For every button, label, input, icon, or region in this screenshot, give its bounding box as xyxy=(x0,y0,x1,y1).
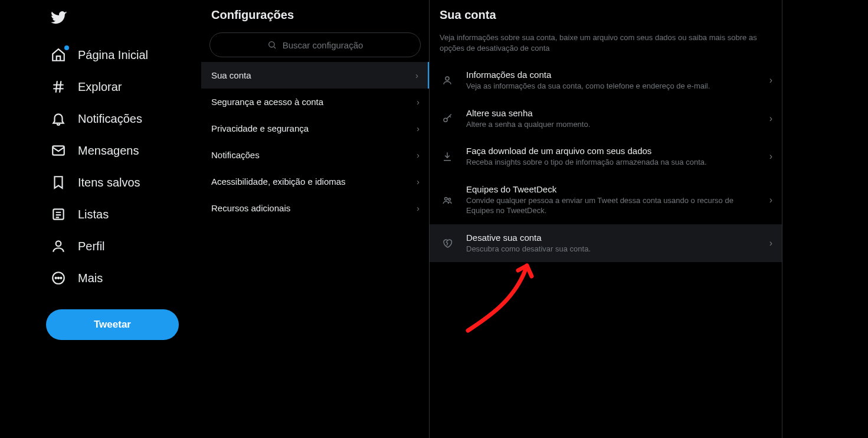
twitter-logo[interactable] xyxy=(46,5,201,39)
settings-search[interactable]: Buscar configuração xyxy=(209,32,421,57)
settings-column: Configurações Buscar configuração Sua co… xyxy=(201,0,430,438)
nav-lists[interactable]: Listas xyxy=(46,198,201,230)
primary-nav: Página Inicial Explorar Notificações Men… xyxy=(0,0,201,438)
account-column: Sua conta Veja informações sobre sua con… xyxy=(430,0,782,438)
svg-point-11 xyxy=(448,198,451,200)
settings-item-label: Segurança e acesso à conta xyxy=(211,97,323,107)
chevron-right-icon: › xyxy=(417,176,420,187)
deactivate-account-item[interactable]: Desative sua conta Descubra como desativ… xyxy=(430,224,782,263)
account-info-item[interactable]: Informações da conta Veja as informações… xyxy=(430,61,782,100)
nav-label: Explorar xyxy=(78,80,122,94)
chevron-right-icon: › xyxy=(769,238,772,249)
account-item-sub: Convide qualquer pessoa a enviar um Twee… xyxy=(466,195,756,216)
settings-item-label: Notificações xyxy=(211,150,260,160)
nav-label: Listas xyxy=(78,208,109,221)
person-icon xyxy=(441,74,453,86)
hash-icon xyxy=(51,79,66,94)
annotation-arrow xyxy=(462,254,539,336)
svg-point-8 xyxy=(446,77,449,80)
nav-label: Mensagens xyxy=(78,144,139,158)
settings-item-additional[interactable]: Recursos adicionais › xyxy=(201,195,429,221)
download-icon xyxy=(441,151,453,162)
settings-item-notifications[interactable]: Notificações › xyxy=(201,142,429,168)
envelope-icon xyxy=(51,143,66,158)
account-item-title: Faça download de um arquivo com seus dad… xyxy=(466,146,756,156)
settings-item-privacy[interactable]: Privacidade e segurança › xyxy=(201,115,429,142)
chevron-right-icon: › xyxy=(417,97,420,107)
settings-item-label: Sua conta xyxy=(211,70,251,80)
svg-point-5 xyxy=(58,277,59,279)
svg-point-6 xyxy=(60,277,61,279)
chevron-right-icon: › xyxy=(769,151,772,162)
chevron-right-icon: › xyxy=(417,123,420,133)
settings-item-account[interactable]: Sua conta › xyxy=(201,62,429,89)
account-item-sub: Descubra como desativar sua conta. xyxy=(466,244,756,254)
svg-point-10 xyxy=(445,197,448,200)
svg-point-4 xyxy=(55,277,57,279)
chevron-right-icon: › xyxy=(417,203,420,213)
account-item-title: Altere sua senha xyxy=(466,108,756,118)
account-item-sub: Veja as informações da sua conta, como t… xyxy=(466,81,756,91)
chevron-right-icon: › xyxy=(415,70,418,80)
settings-title: Configurações xyxy=(201,0,429,32)
account-item-title: Equipes do TweetDeck xyxy=(466,184,756,194)
account-description: Veja informações sobre sua conta, baixe … xyxy=(430,32,782,61)
nav-more[interactable]: Mais xyxy=(46,262,201,294)
bookmark-icon xyxy=(51,175,66,190)
chevron-right-icon: › xyxy=(769,113,772,124)
twitter-bird-icon xyxy=(51,9,67,26)
chevron-right-icon: › xyxy=(769,195,772,205)
nav-label: Mais xyxy=(78,272,103,285)
svg-point-7 xyxy=(268,42,274,47)
tweetdeck-teams-item[interactable]: Equipes do TweetDeck Convide qualquer pe… xyxy=(430,176,782,224)
account-item-title: Informações da conta xyxy=(466,70,756,80)
settings-item-label: Privacidade e segurança xyxy=(211,123,309,133)
right-empty-area xyxy=(782,0,868,438)
chevron-right-icon: › xyxy=(417,150,420,160)
nav-label: Página Inicial xyxy=(78,48,148,62)
search-icon xyxy=(267,40,277,50)
key-icon xyxy=(441,113,453,125)
nav-home[interactable]: Página Inicial xyxy=(46,39,201,71)
nav-explore[interactable]: Explorar xyxy=(46,71,201,103)
tweet-button[interactable]: Tweetar xyxy=(46,309,179,340)
settings-item-label: Acessibilidade, exibição e idiomas xyxy=(211,176,346,187)
account-title: Sua conta xyxy=(430,0,782,32)
nav-label: Perfil xyxy=(78,240,105,253)
settings-item-accessibility[interactable]: Acessibilidade, exibição e idiomas › xyxy=(201,168,429,195)
home-icon xyxy=(51,47,66,63)
heart-broken-icon xyxy=(441,237,453,249)
nav-label: Itens salvos xyxy=(78,176,140,189)
nav-profile[interactable]: Perfil xyxy=(46,230,201,262)
bell-icon xyxy=(51,111,66,126)
chevron-right-icon: › xyxy=(769,75,772,86)
account-item-title: Desative sua conta xyxy=(466,233,756,243)
download-data-item[interactable]: Faça download de um arquivo com seus dad… xyxy=(430,138,782,176)
search-placeholder: Buscar configuração xyxy=(283,40,363,50)
settings-item-security[interactable]: Segurança e acesso à conta › xyxy=(201,89,429,115)
nav-bookmarks[interactable]: Itens salvos xyxy=(46,166,201,198)
team-icon xyxy=(441,194,453,206)
nav-messages[interactable]: Mensagens xyxy=(46,135,201,166)
person-icon xyxy=(51,238,66,254)
svg-point-2 xyxy=(56,241,61,246)
more-icon xyxy=(51,270,66,286)
settings-item-label: Recursos adicionais xyxy=(211,203,290,213)
change-password-item[interactable]: Altere sua senha Altere a senha a qualqu… xyxy=(430,100,782,138)
notification-dot xyxy=(64,45,69,50)
account-item-sub: Altere a senha a qualquer momento. xyxy=(466,119,756,130)
list-icon xyxy=(51,207,66,222)
nav-notifications[interactable]: Notificações xyxy=(46,103,201,135)
nav-label: Notificações xyxy=(78,112,142,126)
account-item-sub: Receba insights sobre o tipo de informaç… xyxy=(466,157,756,168)
